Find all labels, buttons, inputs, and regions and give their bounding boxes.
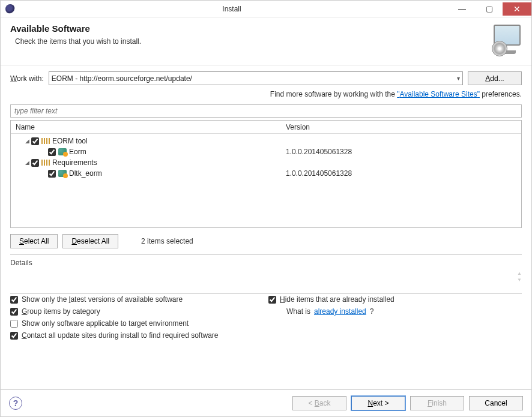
- app-icon: [5, 4, 15, 14]
- next-button[interactable]: Next >: [351, 396, 405, 410]
- what-is-installed: What is already installed?: [286, 307, 522, 316]
- selection-count: 2 items selected: [141, 237, 193, 245]
- contact-sites-option[interactable]: Contact all update sites during install …: [10, 331, 268, 340]
- software-tree[interactable]: Name Version ◢EORM tool Eorm 1.0.0.20140…: [10, 120, 522, 228]
- work-with-label: Work with:: [10, 74, 44, 83]
- close-button[interactable]: ✕: [503, 2, 531, 16]
- available-sites-link[interactable]: Available Software Sites: [397, 90, 480, 98]
- feature-icon: [58, 148, 67, 155]
- target-env-option[interactable]: Show only software applicable to target …: [10, 319, 268, 328]
- column-name[interactable]: Name: [11, 123, 281, 131]
- already-installed-link[interactable]: already installed: [314, 307, 366, 316]
- find-more-hint: Find more software by working with the A…: [1, 88, 531, 104]
- cancel-button[interactable]: Cancel: [469, 396, 523, 410]
- category-checkbox[interactable]: [31, 159, 39, 167]
- minimize-button[interactable]: —: [449, 2, 476, 16]
- dialog-header: Available Software Check the items that …: [1, 17, 531, 65]
- item-checkbox[interactable]: [48, 170, 56, 178]
- show-latest-option[interactable]: Show only the latest versions of availab…: [10, 295, 268, 304]
- options-section: Show only the latest versions of availab…: [1, 294, 531, 344]
- feature-icon: [58, 170, 67, 177]
- filter-input[interactable]: [10, 104, 522, 118]
- tree-category[interactable]: ◢EORM tool: [11, 136, 521, 146]
- category-icon: [41, 160, 50, 166]
- column-version[interactable]: Version: [281, 123, 521, 131]
- tree-item[interactable]: Eorm 1.0.0.201405061328: [11, 146, 521, 157]
- wizard-button-bar: ? < Back Next > Finish Cancel: [1, 389, 531, 416]
- item-checkbox[interactable]: [48, 148, 56, 156]
- scroll-icon: ▲▼: [517, 271, 522, 283]
- work-with-combobox[interactable]: EORM - http://eorm.sourceforge.net/updat…: [49, 71, 463, 85]
- selection-row: Select All Deselect All 2 items selected: [1, 233, 531, 254]
- page-title: Available Software: [10, 23, 486, 34]
- tree-category[interactable]: ◢Requirements: [11, 157, 521, 168]
- deselect-all-button[interactable]: Deselect All: [62, 234, 118, 248]
- category-checkbox[interactable]: [31, 137, 39, 145]
- finish-button[interactable]: Finish: [410, 396, 464, 410]
- help-icon[interactable]: ?: [9, 397, 22, 410]
- page-subtitle: Check the items that you wish to install…: [15, 37, 486, 46]
- group-category-option[interactable]: Group items by category: [10, 307, 268, 316]
- details-label: Details: [1, 255, 531, 268]
- titlebar: Install — ▢ ✕: [1, 1, 531, 17]
- work-with-row: Work with: EORM - http://eorm.sourceforg…: [1, 65, 531, 88]
- window-title: Install: [15, 5, 449, 13]
- tree-item[interactable]: Dltk_eorm 1.0.0.201405061328: [11, 168, 521, 179]
- hide-installed-option[interactable]: Hide items that are already installed: [268, 295, 522, 304]
- maximize-button[interactable]: ▢: [476, 2, 503, 16]
- select-all-button[interactable]: Select All: [10, 234, 58, 248]
- expand-toggle-icon[interactable]: ◢: [23, 138, 31, 144]
- details-textarea[interactable]: ▲▼: [10, 269, 522, 287]
- add-site-button[interactable]: Add...: [468, 71, 522, 85]
- tree-header: Name Version: [11, 121, 521, 134]
- expand-toggle-icon[interactable]: ◢: [23, 160, 31, 166]
- install-wizard-icon: [486, 23, 522, 56]
- back-button[interactable]: < Back: [292, 396, 346, 410]
- category-icon: [41, 138, 50, 144]
